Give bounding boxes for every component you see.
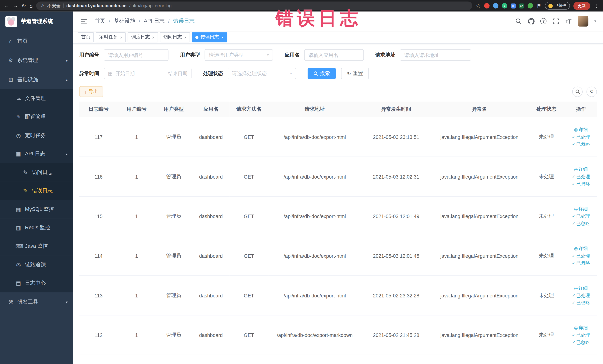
exception-time-range[interactable]: ▦ 开始日期 - 结束日期: [104, 68, 191, 79]
avatar[interactable]: [578, 16, 589, 26]
breadcrumb-home[interactable]: 首页: [94, 18, 105, 24]
detail-link[interactable]: ◎详细: [567, 205, 595, 212]
address-bar[interactable]: ⚠ 不安全 dashboard.yudao.iocoder.cn/infra/l…: [36, 1, 472, 10]
mark-ignored-link[interactable]: ✓已忽略: [567, 141, 595, 148]
bookmark-star-icon[interactable]: ☆: [476, 3, 481, 9]
browser-home-icon[interactable]: ⌂: [29, 3, 33, 9]
sidebar-item-log-center[interactable]: ▤ 日志中心: [0, 274, 73, 293]
mark-ignored-link[interactable]: ✓已忽略: [567, 180, 595, 188]
table-row[interactable]: 112 1 管理员 dashboard GET /api/infra/db-do…: [79, 315, 597, 355]
sidebar-item-dev-tools[interactable]: ⚒ 研发工具 ▾: [0, 293, 73, 312]
extension-on-icon[interactable]: on: [519, 3, 524, 8]
screenshot-stage: ← → ↻ ⌂ ⚠ 不安全 dashboard.yudao.iocoder.cn…: [0, 0, 603, 364]
refresh-button[interactable]: ↻: [587, 86, 597, 97]
mark-processed-link[interactable]: ✓已处理: [567, 252, 595, 259]
detail-link[interactable]: ◎详细: [567, 284, 595, 292]
mark-processed-link[interactable]: ✓已处理: [567, 212, 595, 220]
mark-ignored-link[interactable]: ✓已忽略: [567, 259, 595, 267]
paused-badge[interactable]: 已暂停: [545, 2, 570, 10]
update-button[interactable]: 更新: [573, 2, 590, 10]
sidebar-item-config[interactable]: ✎ 配置管理: [0, 108, 73, 126]
sidebar-item-system[interactable]: ⚙ 系统管理 ▾: [0, 51, 73, 70]
chevron-down-icon[interactable]: ▾: [594, 19, 596, 23]
tab-access-log[interactable]: 访问日志 ×: [160, 32, 190, 42]
cell-status: 未处理: [528, 276, 565, 315]
cell-request-url: /api/infra/db-doc/export-html: [268, 236, 361, 276]
search-button[interactable]: 搜索: [308, 68, 336, 79]
extension-icon[interactable]: [484, 3, 489, 9]
user-id-input[interactable]: [104, 49, 169, 61]
extension-icon[interactable]: Y: [502, 3, 507, 9]
mark-processed-link[interactable]: ✓已处理: [567, 292, 595, 299]
table-row[interactable]: 116 1 管理员 dashboard GET /api/infra/db-do…: [79, 157, 597, 196]
sidebar-item-redis[interactable]: ▥ Redis 监控: [0, 218, 73, 237]
mark-ignored-link[interactable]: ✓已忽略: [567, 220, 595, 227]
table-row[interactable]: 117 1 管理员 dashboard GET /api/infra/db-do…: [79, 117, 597, 157]
back-icon[interactable]: ←: [4, 3, 9, 9]
monitor-icon: ⌨: [15, 243, 22, 249]
table-row[interactable]: 114 1 管理员 dashboard GET /api/infra/db-do…: [79, 236, 597, 276]
user-type-select[interactable]: 请选择用户类型 ▾: [205, 49, 273, 61]
sidebar-item-infra[interactable]: ⊞ 基础设施 ▴: [0, 70, 73, 89]
app-name-input[interactable]: [304, 49, 364, 61]
sidebar-item-mysql[interactable]: ▦ MySQL 监控: [0, 200, 73, 219]
search-icon[interactable]: [515, 18, 522, 24]
close-icon[interactable]: ×: [184, 35, 186, 39]
sidebar-item-trace[interactable]: ◎ 链路追踪: [0, 256, 73, 274]
infra-submenu: ☁ 文件管理 ✎ 配置管理 ◷ 定时任务 ▣ API 日志 ▴: [0, 89, 73, 292]
cell-status: 未处理: [528, 315, 565, 355]
extension-leaf-icon[interactable]: [528, 3, 533, 9]
eye-icon: ◎: [574, 206, 578, 211]
mark-ignored-link[interactable]: ✓已忽略: [567, 339, 595, 346]
detail-link[interactable]: ◎详细: [567, 165, 595, 173]
export-button[interactable]: ↓ 导出: [79, 86, 103, 97]
cell-actions: ◎详细 ✓已处理 ✓已忽略: [565, 196, 597, 236]
detail-link[interactable]: ◎详细: [567, 126, 595, 133]
sidebar-item-file[interactable]: ☁ 文件管理: [0, 89, 73, 108]
tab-job[interactable]: 定时任务 ×: [96, 32, 126, 42]
mark-processed-link[interactable]: ✓已处理: [567, 173, 595, 180]
github-icon[interactable]: [528, 18, 534, 24]
sidebar-item-home[interactable]: ⌂ 首页: [0, 32, 73, 51]
close-icon[interactable]: ×: [120, 35, 122, 39]
refresh-icon: ↻: [347, 71, 351, 76]
breadcrumb-infra[interactable]: 基础设施: [114, 18, 135, 24]
table-row[interactable]: 113 1 管理员 dashboard GET /api/infra/db-do…: [79, 276, 597, 315]
cell-app-name: dashboard: [192, 117, 230, 157]
cell-method: GET: [230, 196, 268, 236]
sidebar-item-job[interactable]: ◷ 定时任务: [0, 126, 73, 145]
cell-exception-name: java.lang.IllegalArgumentException: [431, 117, 528, 157]
mark-processed-link[interactable]: ✓已处理: [567, 133, 595, 141]
reload-icon[interactable]: ↻: [22, 3, 26, 9]
reset-button[interactable]: ↻ 重置: [341, 68, 369, 79]
fullscreen-icon[interactable]: [552, 18, 559, 24]
breadcrumb-api-log[interactable]: API 日志: [144, 18, 165, 24]
extension-icon[interactable]: ▦: [511, 3, 516, 8]
close-icon[interactable]: ×: [152, 35, 154, 39]
search-toggle-button[interactable]: [572, 86, 583, 97]
table-row[interactable]: 115 1 管理员 dashboard GET /api/infra/db-do…: [79, 196, 597, 236]
sidebar-item-java[interactable]: ⌨ Java 监控: [0, 237, 73, 256]
font-size-icon[interactable]: TT: [565, 18, 572, 24]
sidebar-item-access-log[interactable]: ✎ 访问日志: [0, 163, 73, 182]
tab-error-log[interactable]: 错误日志 ×: [192, 32, 227, 42]
help-icon[interactable]: ?: [541, 18, 547, 24]
detail-link[interactable]: ◎详细: [567, 245, 595, 252]
mark-ignored-link[interactable]: ✓已忽略: [567, 299, 595, 306]
extensions-puzzle-icon[interactable]: ⚑: [536, 3, 541, 9]
close-icon[interactable]: ×: [221, 35, 224, 39]
extension-icon[interactable]: [493, 3, 499, 9]
tab-home[interactable]: 首页: [78, 32, 94, 42]
hamburger-icon[interactable]: [79, 17, 88, 25]
mark-processed-link[interactable]: ✓已处理: [567, 331, 595, 339]
col-actions: 操作: [565, 102, 597, 117]
sidebar-item-api-log[interactable]: ▣ API 日志 ▴: [0, 145, 73, 163]
sidebar-item-error-log[interactable]: ✎ 错误日志: [0, 182, 73, 200]
tab-job-log[interactable]: 调度日志 ×: [128, 32, 158, 42]
logo[interactable]: 芋道管理系统: [0, 12, 73, 32]
request-url-input[interactable]: [400, 49, 471, 61]
detail-link[interactable]: ◎详细: [567, 324, 595, 331]
process-status-select[interactable]: 请选择处理状态 ▾: [228, 68, 296, 79]
forward-icon[interactable]: →: [13, 3, 18, 9]
browser-menu-icon[interactable]: ⋮: [594, 3, 599, 9]
